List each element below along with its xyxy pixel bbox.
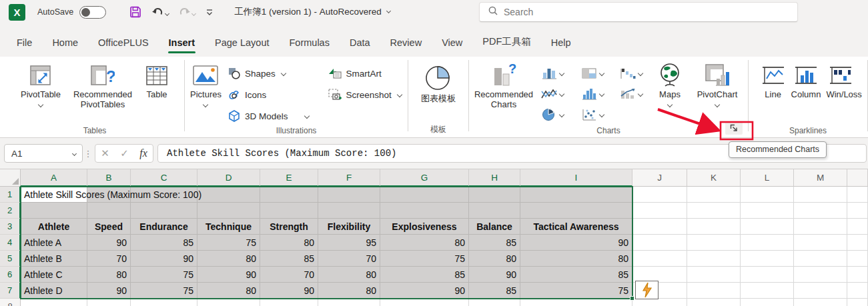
cell-A3[interactable]: Athlete xyxy=(21,219,87,235)
cell-D7[interactable]: 80 xyxy=(197,283,260,299)
col-header-I[interactable]: I xyxy=(520,169,632,187)
cell-G7[interactable]: 90 xyxy=(380,283,469,299)
row-header-3[interactable]: 3 xyxy=(0,219,21,235)
insert-hierarchy-chart-button[interactable] xyxy=(578,63,617,83)
cell-M4[interactable] xyxy=(794,235,847,251)
cell-J1[interactable] xyxy=(632,187,687,203)
tab-page-layout[interactable]: Page Layout xyxy=(205,35,279,52)
row-header-8[interactable]: 8 xyxy=(0,299,21,306)
cell-L6[interactable] xyxy=(741,267,794,283)
cell-L1[interactable] xyxy=(741,187,794,203)
cell-H5[interactable]: 80 xyxy=(469,251,520,267)
cell-D6[interactable]: 90 xyxy=(197,267,260,283)
shapes-button[interactable]: Shapes xyxy=(228,64,320,83)
cell-B6[interactable]: 80 xyxy=(87,267,131,283)
sparkline-line-button[interactable]: Line xyxy=(758,60,789,101)
cell-D3[interactable]: Technique xyxy=(197,219,260,235)
cell-H4[interactable]: 85 xyxy=(469,235,520,251)
row-header-4[interactable]: 4 xyxy=(0,235,21,251)
cell-D5[interactable]: 80 xyxy=(197,251,260,267)
chart-template-button[interactable]: 图表模板 xyxy=(418,60,458,105)
row-header-1[interactable]: 1 xyxy=(0,187,21,203)
cell-I5[interactable]: 80 xyxy=(520,251,632,267)
smartart-button[interactable]: SmartArt xyxy=(328,64,404,83)
insert-column-chart-button[interactable] xyxy=(538,63,578,83)
cancel-icon[interactable]: ✕ xyxy=(101,147,109,159)
pivotchart-dropdown-icon[interactable] xyxy=(715,102,720,107)
cell-F5[interactable]: 70 xyxy=(318,251,380,267)
cell-I4[interactable]: 90 xyxy=(520,235,632,251)
document-title[interactable]: 工作簿1 (version 1) - AutoRecovered xyxy=(234,6,390,18)
cell-G4[interactable]: 80 xyxy=(380,235,469,251)
charts-dialog-launcher[interactable] xyxy=(725,121,743,135)
tab-review[interactable]: Review xyxy=(380,35,432,52)
cell-I6[interactable]: 85 xyxy=(520,267,632,283)
cell-E7[interactable]: 90 xyxy=(260,283,318,299)
screenshot-dropdown-icon[interactable] xyxy=(397,92,402,97)
cell-G8[interactable] xyxy=(380,299,469,306)
tab-data[interactable]: Data xyxy=(340,35,380,52)
tab-formulas[interactable]: Formulas xyxy=(280,35,340,52)
cell-D4[interactable]: 75 xyxy=(197,235,260,251)
cell-M5[interactable] xyxy=(794,251,847,267)
autosave-toggle[interactable] xyxy=(79,6,106,19)
tab-view[interactable]: View xyxy=(432,35,472,52)
cell-L5[interactable] xyxy=(741,251,794,267)
search-input[interactable] xyxy=(504,7,797,17)
cell-J3[interactable] xyxy=(632,219,687,235)
cell-H8[interactable] xyxy=(469,299,520,306)
cell-L8[interactable] xyxy=(741,299,794,306)
cell-I3[interactable]: Tactical Awareness xyxy=(520,219,632,235)
cell-G6[interactable]: 85 xyxy=(380,267,469,283)
cell-A2[interactable] xyxy=(21,203,87,219)
cell-L2[interactable] xyxy=(741,203,794,219)
cell-L3[interactable] xyxy=(741,219,794,235)
tab-help[interactable]: Help xyxy=(541,35,581,52)
line-chart-dropdown-icon[interactable] xyxy=(559,91,564,96)
cell-I7[interactable]: 75 xyxy=(520,283,632,299)
col-header-B[interactable]: B xyxy=(87,169,131,187)
waterfall-chart-dropdown-icon[interactable] xyxy=(638,70,643,75)
column-chart-dropdown-icon[interactable] xyxy=(559,70,564,75)
cell-K8[interactable] xyxy=(687,299,741,306)
cell-F2[interactable] xyxy=(318,203,380,219)
screenshot-button[interactable]: Screenshot xyxy=(328,85,404,104)
col-header-M[interactable]: M xyxy=(794,169,847,187)
insert-line-chart-button[interactable] xyxy=(538,83,578,104)
cell-F8[interactable] xyxy=(318,299,380,306)
cell-M8[interactable] xyxy=(794,299,847,306)
cell-E5[interactable]: 85 xyxy=(260,251,318,267)
cell-B2[interactable] xyxy=(87,203,131,219)
cell-C6[interactable]: 75 xyxy=(131,267,197,283)
quick-analysis-button[interactable] xyxy=(635,281,659,299)
tab-insert[interactable]: Insert xyxy=(159,35,205,52)
row-header-6[interactable]: 6 xyxy=(0,267,21,283)
insert-statistic-chart-button[interactable] xyxy=(578,83,617,104)
recommended-pivottables-button[interactable]: ? Recommended PivotTables xyxy=(63,60,142,111)
insert-function-icon[interactable]: fx xyxy=(139,147,147,159)
cell-E1[interactable] xyxy=(260,187,318,203)
maps-button[interactable]: Maps xyxy=(652,60,688,125)
cell-D8[interactable] xyxy=(197,299,260,306)
cell-C7[interactable]: 75 xyxy=(131,283,197,299)
pivotchart-button[interactable]: PivotChart xyxy=(688,60,747,125)
cell-B3[interactable]: Speed xyxy=(87,219,131,235)
sparkline-winloss-button[interactable]: Win/Loss xyxy=(823,60,858,101)
cell-C8[interactable] xyxy=(131,299,197,306)
cell-B4[interactable]: 90 xyxy=(87,235,131,251)
row-header-5[interactable]: 5 xyxy=(0,251,21,267)
cell-H6[interactable]: 90 xyxy=(469,267,520,283)
document-title-dropdown-icon[interactable] xyxy=(386,8,391,13)
save-icon[interactable] xyxy=(129,5,142,19)
insert-scatter-chart-button[interactable] xyxy=(578,104,617,125)
cell-A8[interactable] xyxy=(21,299,87,306)
cell-M1[interactable] xyxy=(794,187,847,203)
cell-G2[interactable] xyxy=(380,203,469,219)
cell-A7[interactable]: Athlete D xyxy=(21,283,87,299)
table-button[interactable]: Table xyxy=(142,60,171,111)
row-header-7[interactable]: 7 xyxy=(0,283,21,299)
pivottable-dropdown-icon[interactable] xyxy=(38,102,43,107)
tab-file[interactable]: File xyxy=(7,35,42,52)
col-header-H[interactable]: H xyxy=(469,169,520,187)
cell-K4[interactable] xyxy=(687,235,741,251)
